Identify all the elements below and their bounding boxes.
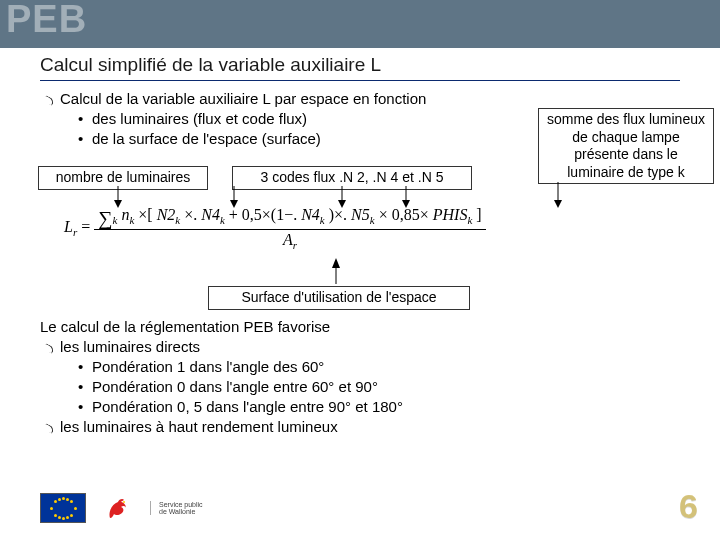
arrow-surface <box>330 258 342 284</box>
formula: Lr = ∑k nk ×[ N2k ×. N4k + 0,5×(1−. N4k … <box>64 206 486 251</box>
formula-eq: = <box>81 218 90 235</box>
sigma-icon: ∑ <box>98 208 112 228</box>
formula-lhs: Lr <box>64 218 77 235</box>
wallonie-coq-icon <box>100 490 136 526</box>
header-band: PEB <box>0 0 720 48</box>
bullet-sub-flux: des luminaires (flux et code flux) <box>92 110 307 127</box>
title-rule <box>40 80 680 81</box>
bullet-sub-surface: de la surface de l'espace (surface) <box>92 130 321 147</box>
svg-marker-11 <box>332 258 340 268</box>
eu-flag-icon <box>40 493 86 523</box>
bullet-main: Calcul de la variable auxiliaire L par e… <box>60 90 426 107</box>
page-title: Calcul simplifié de la variable auxiliai… <box>40 54 381 76</box>
section2-pond05: Pondération 0, 5 dans l'angle entre 90° … <box>92 398 403 415</box>
slide: PEB Calcul simplifié de la variable auxi… <box>0 0 720 540</box>
section2-pond1: Pondération 1 dans l'angle des 60° <box>92 358 324 375</box>
section2-lead: Le calcul de la réglementation PEB favor… <box>40 318 330 335</box>
label-box-surface: Surface d'utilisation de l'espace <box>208 286 470 310</box>
spw-label: Service public de Wallonie <box>150 501 203 516</box>
label-box-nombre: nombre de luminaires <box>38 166 208 190</box>
peb-logo: PEB <box>6 0 87 41</box>
section2-directs: les luminaires directs <box>60 338 200 355</box>
section2-haut-rendement: les luminaires à haut rendement lumineux <box>60 418 338 435</box>
svg-point-13 <box>123 501 125 503</box>
arrow-phis <box>552 182 564 208</box>
page-number: 6 <box>679 487 698 526</box>
label-box-codes: 3 codes flux .N 2, .N 4 et .N 5 <box>232 166 472 190</box>
footer: Service public de Wallonie <box>40 490 203 526</box>
section2-pond0: Pondération 0 dans l'angle entre 60° et … <box>92 378 378 395</box>
svg-marker-9 <box>554 200 562 208</box>
label-box-flux-sum: somme des flux lumineux de chaque lampe … <box>538 108 714 184</box>
